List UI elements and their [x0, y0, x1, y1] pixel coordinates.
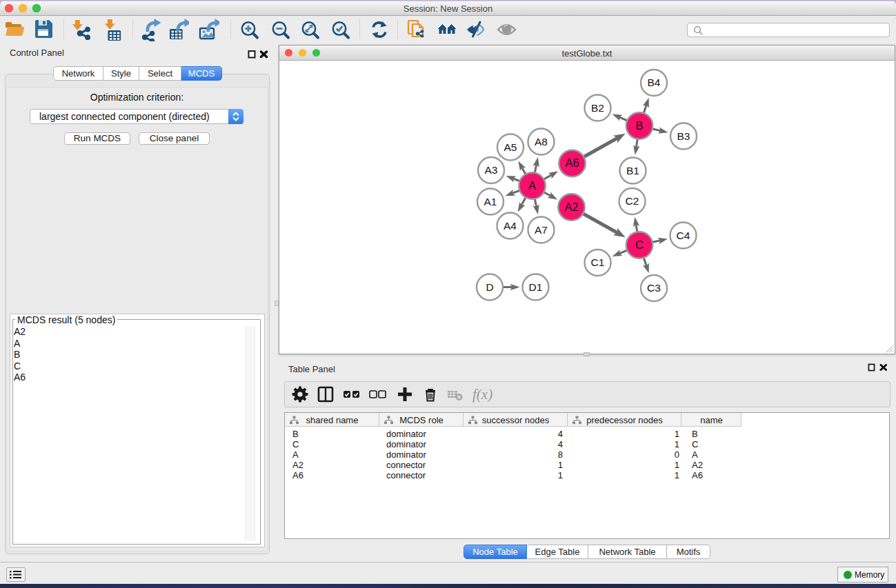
svg-text:C: C	[635, 239, 644, 251]
svg-text:D: D	[486, 281, 493, 293]
svg-text:A4: A4	[504, 220, 517, 232]
svg-text:B2: B2	[591, 102, 604, 114]
svg-text:A3: A3	[485, 164, 498, 176]
svg-text:C2: C2	[626, 195, 639, 207]
svg-text:A: A	[528, 179, 536, 192]
svg-text:B: B	[635, 119, 643, 132]
svg-text:A1: A1	[484, 196, 497, 207]
svg-text:A8: A8	[535, 136, 548, 148]
svg-text:A7: A7	[535, 224, 548, 236]
svg-text:C3: C3	[647, 282, 661, 294]
svg-text:D1: D1	[529, 281, 543, 293]
svg-text:B3: B3	[677, 130, 690, 142]
svg-text:B4: B4	[648, 77, 661, 88]
svg-text:A5: A5	[504, 141, 517, 153]
svg-text:A6: A6	[565, 156, 579, 169]
svg-text:C4: C4	[677, 230, 690, 241]
svg-text:C1: C1	[591, 256, 605, 268]
svg-text:B1: B1	[626, 165, 639, 176]
svg-text:A2: A2	[564, 201, 578, 213]
